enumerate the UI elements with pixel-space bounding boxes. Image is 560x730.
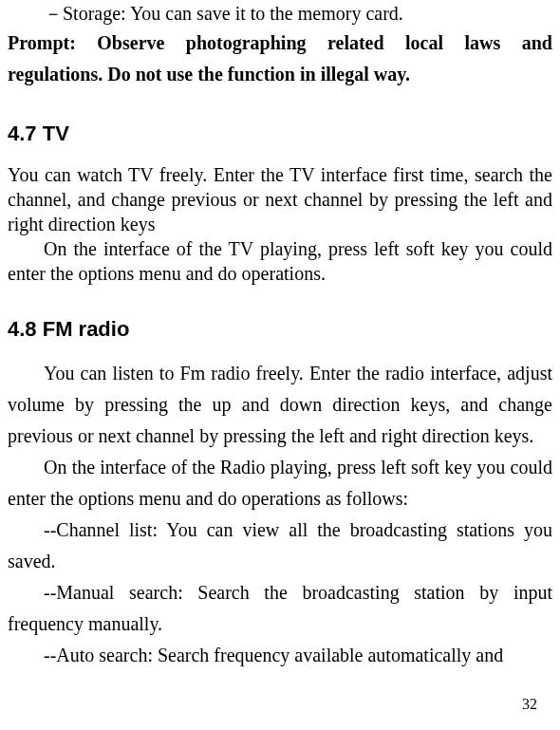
tv-paragraph-1: You can watch TV freely. Enter the TV in… bbox=[8, 162, 552, 236]
storage-text: Storage: You can save it to the memory c… bbox=[63, 3, 403, 24]
dash-icon: － bbox=[44, 3, 63, 24]
prompt-text: Prompt: Observe photographing related lo… bbox=[8, 28, 552, 90]
section-heading-tv: 4.7 TV bbox=[8, 119, 552, 149]
fm-paragraph-1: You can listen to Fm radio freely. Enter… bbox=[8, 358, 552, 452]
fm-paragraph-2: On the interface of the Radio playing, p… bbox=[8, 452, 552, 515]
storage-bullet: －Storage: You can save it to the memory … bbox=[8, 0, 552, 28]
fm-paragraph-5: --Auto search: Search frequency availabl… bbox=[8, 640, 552, 671]
fm-paragraph-3: --Channel list: You can view all the bro… bbox=[8, 515, 552, 577]
fm-paragraph-4: --Manual search: Search the broadcasting… bbox=[8, 577, 552, 640]
section-heading-fm: 4.8 FM radio bbox=[8, 314, 552, 345]
tv-paragraph-2: On the interface of the TV playing, pres… bbox=[8, 236, 552, 286]
page-number: 32 bbox=[522, 696, 537, 713]
